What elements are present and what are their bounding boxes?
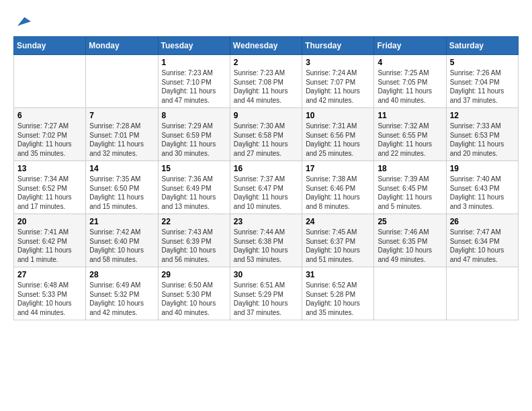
calendar-cell: 27Sunrise: 6:48 AM Sunset: 5:33 PM Dayli…	[14, 267, 86, 320]
day-number: 24	[306, 217, 370, 226]
day-number: 23	[234, 217, 298, 226]
day-number: 16	[234, 164, 298, 173]
day-info: Sunrise: 7:43 AM Sunset: 6:39 PM Dayligh…	[162, 228, 226, 264]
calendar-cell: 5Sunrise: 7:26 AM Sunset: 7:04 PM Daylig…	[446, 55, 518, 108]
day-number: 5	[450, 58, 515, 67]
calendar-week-1: 1Sunrise: 7:23 AM Sunset: 7:10 PM Daylig…	[14, 55, 519, 108]
col-header-saturday: Saturday	[446, 37, 518, 55]
calendar-cell: 15Sunrise: 7:36 AM Sunset: 6:49 PM Dayli…	[158, 161, 230, 214]
day-number: 20	[17, 217, 82, 226]
day-number: 3	[306, 58, 370, 67]
calendar-cell: 14Sunrise: 7:35 AM Sunset: 6:50 PM Dayli…	[86, 161, 158, 214]
day-number: 6	[17, 111, 82, 120]
calendar-cell: 20Sunrise: 7:41 AM Sunset: 6:42 PM Dayli…	[14, 214, 86, 267]
day-number: 26	[450, 217, 515, 226]
day-number: 25	[378, 217, 442, 226]
calendar-cell: 31Sunrise: 6:52 AM Sunset: 5:28 PM Dayli…	[302, 267, 374, 320]
day-number: 9	[234, 111, 298, 120]
calendar-cell: 26Sunrise: 7:47 AM Sunset: 6:34 PM Dayli…	[446, 214, 518, 267]
calendar-cell	[86, 55, 158, 108]
calendar-cell	[446, 267, 518, 320]
day-number: 22	[162, 217, 226, 226]
day-number: 14	[89, 164, 154, 173]
svg-marker-0	[17, 17, 31, 26]
calendar-cell: 17Sunrise: 7:38 AM Sunset: 6:46 PM Dayli…	[302, 161, 374, 214]
calendar-cell: 9Sunrise: 7:30 AM Sunset: 6:58 PM Daylig…	[230, 108, 302, 161]
day-info: Sunrise: 6:50 AM Sunset: 5:30 PM Dayligh…	[162, 281, 226, 317]
day-info: Sunrise: 6:49 AM Sunset: 5:32 PM Dayligh…	[89, 281, 154, 317]
day-number: 8	[162, 111, 226, 120]
calendar-cell: 30Sunrise: 6:51 AM Sunset: 5:29 PM Dayli…	[230, 267, 302, 320]
day-info: Sunrise: 7:44 AM Sunset: 6:38 PM Dayligh…	[234, 228, 298, 264]
day-number: 27	[17, 270, 82, 279]
day-info: Sunrise: 7:36 AM Sunset: 6:49 PM Dayligh…	[162, 175, 226, 211]
day-info: Sunrise: 7:23 AM Sunset: 7:10 PM Dayligh…	[162, 68, 226, 105]
day-info: Sunrise: 7:25 AM Sunset: 7:05 PM Dayligh…	[378, 68, 442, 105]
day-info: Sunrise: 7:37 AM Sunset: 6:47 PM Dayligh…	[234, 175, 298, 211]
col-header-wednesday: Wednesday	[230, 37, 302, 55]
calendar-cell: 4Sunrise: 7:25 AM Sunset: 7:05 PM Daylig…	[374, 55, 446, 108]
day-number: 31	[306, 270, 370, 279]
day-info: Sunrise: 7:45 AM Sunset: 6:37 PM Dayligh…	[306, 228, 370, 264]
calendar-cell: 25Sunrise: 7:46 AM Sunset: 6:35 PM Dayli…	[374, 214, 446, 267]
day-info: Sunrise: 7:33 AM Sunset: 6:53 PM Dayligh…	[450, 122, 515, 158]
calendar-cell: 24Sunrise: 7:45 AM Sunset: 6:37 PM Dayli…	[302, 214, 374, 267]
col-header-thursday: Thursday	[302, 37, 374, 55]
col-header-friday: Friday	[374, 37, 446, 55]
calendar-cell: 2Sunrise: 7:23 AM Sunset: 7:08 PM Daylig…	[230, 55, 302, 108]
calendar-cell: 13Sunrise: 7:34 AM Sunset: 6:52 PM Dayli…	[14, 161, 86, 214]
day-info: Sunrise: 6:52 AM Sunset: 5:28 PM Dayligh…	[306, 281, 370, 317]
day-info: Sunrise: 7:31 AM Sunset: 6:56 PM Dayligh…	[306, 122, 370, 158]
calendar-cell: 29Sunrise: 6:50 AM Sunset: 5:30 PM Dayli…	[158, 267, 230, 320]
calendar-cell: 22Sunrise: 7:43 AM Sunset: 6:39 PM Dayli…	[158, 214, 230, 267]
day-number: 15	[162, 164, 226, 173]
day-info: Sunrise: 7:30 AM Sunset: 6:58 PM Dayligh…	[234, 122, 298, 158]
calendar-cell: 7Sunrise: 7:28 AM Sunset: 7:01 PM Daylig…	[86, 108, 158, 161]
day-number: 10	[306, 111, 370, 120]
day-info: Sunrise: 7:42 AM Sunset: 6:40 PM Dayligh…	[89, 228, 154, 264]
day-info: Sunrise: 7:35 AM Sunset: 6:50 PM Dayligh…	[89, 175, 154, 211]
calendar-cell: 8Sunrise: 7:29 AM Sunset: 6:59 PM Daylig…	[158, 108, 230, 161]
day-info: Sunrise: 7:23 AM Sunset: 7:08 PM Dayligh…	[234, 68, 298, 105]
day-info: Sunrise: 7:38 AM Sunset: 6:46 PM Dayligh…	[306, 175, 370, 211]
calendar-body: 1Sunrise: 7:23 AM Sunset: 7:10 PM Daylig…	[14, 55, 519, 320]
day-number: 28	[89, 270, 154, 279]
logo-icon	[15, 13, 31, 30]
calendar-cell: 18Sunrise: 7:39 AM Sunset: 6:45 PM Dayli…	[374, 161, 446, 214]
col-header-tuesday: Tuesday	[158, 37, 230, 55]
day-number: 29	[162, 270, 226, 279]
col-header-monday: Monday	[86, 37, 158, 55]
calendar-cell: 16Sunrise: 7:37 AM Sunset: 6:47 PM Dayli…	[230, 161, 302, 214]
calendar-cell: 10Sunrise: 7:31 AM Sunset: 6:56 PM Dayli…	[302, 108, 374, 161]
day-number: 18	[378, 164, 442, 173]
calendar-cell: 21Sunrise: 7:42 AM Sunset: 6:40 PM Dayli…	[86, 214, 158, 267]
day-number: 2	[234, 58, 298, 67]
day-info: Sunrise: 7:26 AM Sunset: 7:04 PM Dayligh…	[450, 68, 515, 105]
day-number: 1	[162, 58, 226, 67]
calendar-cell: 3Sunrise: 7:24 AM Sunset: 7:07 PM Daylig…	[302, 55, 374, 108]
calendar-cell: 6Sunrise: 7:27 AM Sunset: 7:02 PM Daylig…	[14, 108, 86, 161]
day-info: Sunrise: 7:46 AM Sunset: 6:35 PM Dayligh…	[378, 228, 442, 264]
calendar-week-4: 20Sunrise: 7:41 AM Sunset: 6:42 PM Dayli…	[14, 214, 519, 267]
calendar-week-3: 13Sunrise: 7:34 AM Sunset: 6:52 PM Dayli…	[14, 161, 519, 214]
calendar-header: SundayMondayTuesdayWednesdayThursdayFrid…	[14, 37, 519, 55]
calendar-cell: 12Sunrise: 7:33 AM Sunset: 6:53 PM Dayli…	[446, 108, 518, 161]
calendar-week-2: 6Sunrise: 7:27 AM Sunset: 7:02 PM Daylig…	[14, 108, 519, 161]
calendar-cell: 11Sunrise: 7:32 AM Sunset: 6:55 PM Dayli…	[374, 108, 446, 161]
calendar-table: SundayMondayTuesdayWednesdayThursdayFrid…	[13, 36, 519, 320]
day-number: 12	[450, 111, 515, 120]
day-number: 17	[306, 164, 370, 173]
day-info: Sunrise: 6:51 AM Sunset: 5:29 PM Dayligh…	[234, 281, 298, 317]
day-info: Sunrise: 7:39 AM Sunset: 6:45 PM Dayligh…	[378, 175, 442, 211]
logo	[13, 13, 31, 30]
page-header	[13, 13, 519, 30]
calendar-cell: 19Sunrise: 7:40 AM Sunset: 6:43 PM Dayli…	[446, 161, 518, 214]
calendar-week-5: 27Sunrise: 6:48 AM Sunset: 5:33 PM Dayli…	[14, 267, 519, 320]
calendar-cell: 1Sunrise: 7:23 AM Sunset: 7:10 PM Daylig…	[158, 55, 230, 108]
day-number: 13	[17, 164, 82, 173]
day-number: 11	[378, 111, 442, 120]
day-info: Sunrise: 7:40 AM Sunset: 6:43 PM Dayligh…	[450, 175, 515, 211]
day-number: 4	[378, 58, 442, 67]
calendar-cell: 28Sunrise: 6:49 AM Sunset: 5:32 PM Dayli…	[86, 267, 158, 320]
calendar-cell	[14, 55, 86, 108]
